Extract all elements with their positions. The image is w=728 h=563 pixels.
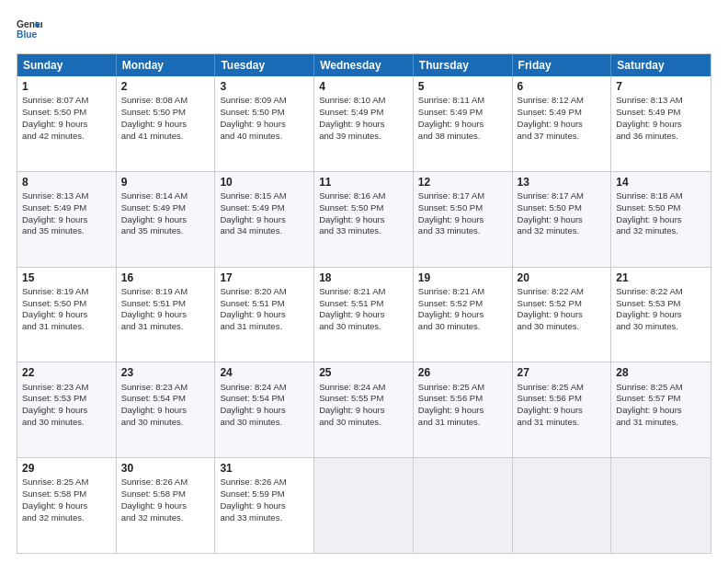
calendar-day-11: 11Sunrise: 8:16 AMSunset: 5:50 PMDayligh… [314,172,414,267]
day-info-line: Daylight: 9 hours [220,405,309,417]
calendar-day-18: 18Sunrise: 8:21 AMSunset: 5:51 PMDayligh… [314,268,414,362]
calendar-day-19: 19Sunrise: 8:21 AMSunset: 5:52 PMDayligh… [414,268,513,362]
day-info-line: Sunrise: 8:20 AM [220,286,309,298]
day-info-line: Sunset: 5:54 PM [121,393,210,405]
day-info-line: Sunset: 5:49 PM [616,107,706,119]
day-number: 21 [616,270,706,285]
day-info-line: Sunset: 5:50 PM [22,107,111,119]
day-info-line: Daylight: 9 hours [220,500,309,512]
day-info-line: and 30 minutes. [518,321,607,333]
day-number: 18 [319,270,408,285]
day-info-line: Daylight: 9 hours [616,119,706,131]
day-info-line: Daylight: 9 hours [418,309,507,321]
day-info-line: Daylight: 9 hours [121,500,210,512]
day-info-line: Daylight: 9 hours [418,214,507,226]
calendar-day-12: 12Sunrise: 8:17 AMSunset: 5:50 PMDayligh… [414,172,513,267]
calendar-day-30: 30Sunrise: 8:26 AMSunset: 5:58 PMDayligh… [117,458,216,553]
calendar-day-7: 7Sunrise: 8:13 AMSunset: 5:49 PMDaylight… [611,76,711,171]
day-info-line: and 31 minutes. [518,417,607,429]
day-info-line: Sunrise: 8:23 AM [22,382,111,394]
day-number: 3 [220,79,309,94]
calendar-day-2: 2Sunrise: 8:08 AMSunset: 5:50 PMDaylight… [117,76,216,171]
day-number: 4 [319,79,408,94]
calendar: SundayMondayTuesdayWednesdayThursdayFrid… [17,53,711,554]
day-info-line: Sunset: 5:53 PM [616,298,706,310]
calendar-day-31: 31Sunrise: 8:26 AMSunset: 5:59 PMDayligh… [215,458,314,553]
day-info-line: Daylight: 9 hours [319,214,408,226]
day-number: 11 [319,175,408,190]
day-number: 29 [22,461,111,476]
day-number: 17 [220,270,309,285]
empty-cell [611,458,711,553]
day-info-line: Sunrise: 8:19 AM [22,286,111,298]
empty-cell [414,458,513,553]
day-info-line: and 42 minutes. [22,131,111,143]
calendar-week-5: 29Sunrise: 8:25 AMSunset: 5:58 PMDayligh… [17,457,711,553]
day-info-line: Sunset: 5:50 PM [616,202,706,214]
day-info-line: and 38 minutes. [418,131,507,143]
empty-cell [314,458,414,553]
day-number: 8 [22,175,111,190]
day-number: 27 [518,365,607,380]
day-info-line: Sunrise: 8:07 AM [22,95,111,107]
day-info-line: Sunrise: 8:22 AM [518,286,607,298]
day-info-line: Sunrise: 8:17 AM [418,190,507,202]
day-header-saturday: Saturday [611,54,711,76]
day-number: 23 [121,365,210,380]
day-number: 7 [616,79,706,94]
day-info-line: Daylight: 9 hours [121,214,210,226]
day-info-line: Sunrise: 8:24 AM [319,382,408,394]
day-info-line: Sunrise: 8:17 AM [518,190,607,202]
day-info-line: and 33 minutes. [319,225,408,237]
day-info-line: Daylight: 9 hours [220,119,309,131]
day-info-line: Sunset: 5:55 PM [319,393,408,405]
calendar-day-22: 22Sunrise: 8:23 AMSunset: 5:53 PMDayligh… [17,362,117,457]
day-info-line: Daylight: 9 hours [121,309,210,321]
day-info-line: and 32 minutes. [121,512,210,524]
day-number: 20 [518,270,607,285]
day-info-line: Daylight: 9 hours [22,309,111,321]
day-number: 30 [121,461,210,476]
day-number: 22 [22,365,111,380]
logo: General Blue [17,17,42,42]
day-number: 16 [121,270,210,285]
day-number: 31 [220,461,309,476]
day-info-line: Sunrise: 8:15 AM [220,190,309,202]
day-info-line: Sunrise: 8:16 AM [319,190,408,202]
day-info-line: Daylight: 9 hours [616,405,706,417]
day-number: 13 [518,175,607,190]
day-header-wednesday: Wednesday [314,54,414,76]
day-info-line: and 31 minutes. [121,321,210,333]
day-info-line: and 35 minutes. [121,225,210,237]
day-info-line: Sunset: 5:53 PM [22,393,111,405]
day-info-line: Daylight: 9 hours [518,405,607,417]
calendar-day-1: 1Sunrise: 8:07 AMSunset: 5:50 PMDaylight… [17,76,117,171]
calendar-day-14: 14Sunrise: 8:18 AMSunset: 5:50 PMDayligh… [611,172,711,267]
day-number: 24 [220,365,309,380]
day-info-line: Daylight: 9 hours [319,405,408,417]
page: General Blue SundayMondayTuesdayWednesda… [0,0,728,563]
day-info-line: Sunrise: 8:13 AM [22,190,111,202]
calendar-day-20: 20Sunrise: 8:22 AMSunset: 5:52 PMDayligh… [513,268,612,362]
day-number: 19 [418,270,507,285]
day-info-line: Sunrise: 8:26 AM [220,477,309,488]
calendar-day-29: 29Sunrise: 8:25 AMSunset: 5:58 PMDayligh… [17,458,117,553]
day-info-line: and 30 minutes. [418,321,507,333]
calendar-day-8: 8Sunrise: 8:13 AMSunset: 5:49 PMDaylight… [17,172,117,267]
day-info-line: Sunset: 5:52 PM [518,298,607,310]
calendar-day-5: 5Sunrise: 8:11 AMSunset: 5:49 PMDaylight… [414,76,513,171]
day-number: 26 [418,365,507,380]
day-info-line: Sunset: 5:58 PM [22,488,111,500]
calendar-week-2: 8Sunrise: 8:13 AMSunset: 5:49 PMDaylight… [17,171,711,267]
day-info-line: and 31 minutes. [616,417,706,429]
day-info-line: Sunset: 5:49 PM [418,107,507,119]
day-info-line: Daylight: 9 hours [22,405,111,417]
calendar-day-17: 17Sunrise: 8:20 AMSunset: 5:51 PMDayligh… [215,268,314,362]
header: General Blue [17,17,711,42]
day-info-line: Sunset: 5:50 PM [121,107,210,119]
day-info-line: and 36 minutes. [616,131,706,143]
calendar-day-15: 15Sunrise: 8:19 AMSunset: 5:50 PMDayligh… [17,268,117,362]
day-info-line: and 37 minutes. [518,131,607,143]
day-info-line: Sunset: 5:51 PM [319,298,408,310]
calendar-day-21: 21Sunrise: 8:22 AMSunset: 5:53 PMDayligh… [611,268,711,362]
